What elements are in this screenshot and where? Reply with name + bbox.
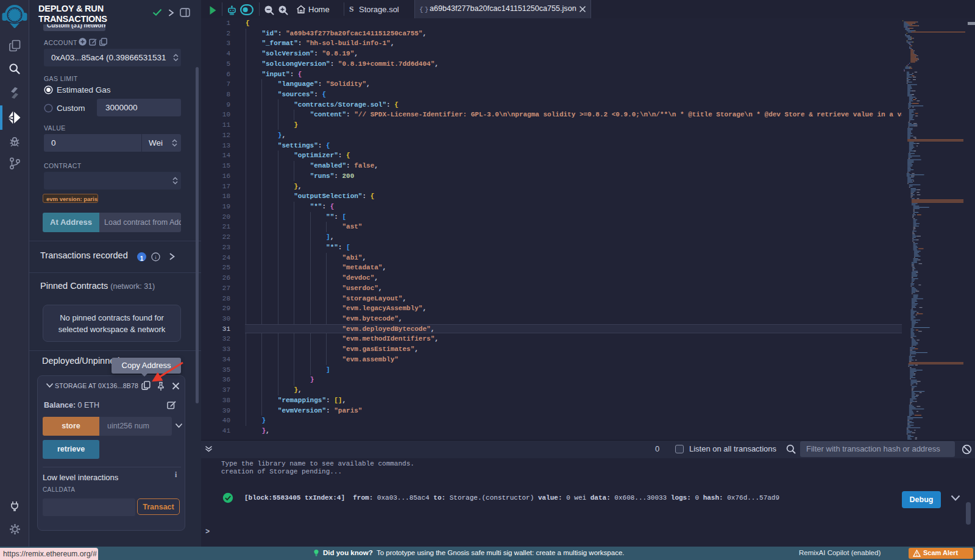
svg-text:{ }: { } <box>419 6 428 13</box>
svg-text:i: i <box>155 254 157 260</box>
